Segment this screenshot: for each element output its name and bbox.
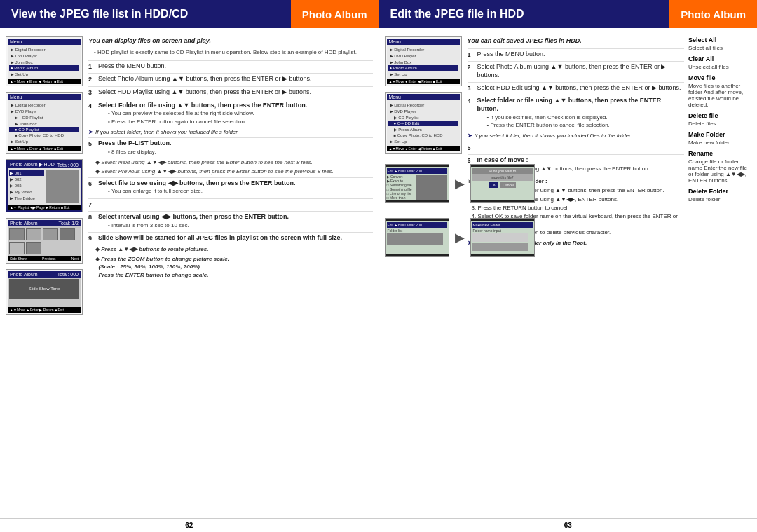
sidebar-rename: Rename Change file or folder name Enter …: [688, 150, 751, 184]
step-2: 2 Select Photo Album using ▲▼ buttons, t…: [88, 73, 373, 84]
right-page-num: 63: [379, 518, 758, 532]
left-instructions: You can display files on screen and play…: [88, 36, 373, 515]
tv-screen-2: All do you want to move this file? OK Ca…: [470, 164, 535, 203]
sidebar-make-folder: Make Folder Make new folder: [688, 131, 751, 146]
right-step-2: 2 Select Photo Album using ▲▼ buttons, t…: [468, 61, 685, 79]
diamond-rotate: ◆ Press ▲▼◀▶ buttons to rotate pictures.: [88, 245, 373, 253]
left-bullet-note: • HDD playlist is exactly same to CD Pla…: [88, 48, 373, 56]
step-7: 7: [88, 198, 373, 210]
step-1: 1 Press the MENU button.: [88, 60, 373, 71]
right-screen-thumbnails: Menu ▶ Digital Recorder ▶ DVD Player ▶ J…: [385, 36, 462, 515]
step-5: 5 Press the P-LIST button. • 8 files are…: [88, 137, 373, 156]
edit-sidebar: Select All Select all files Clear All Un…: [688, 36, 751, 515]
tv-row-1: Edit ▶ HDD Total: 200 ▶ Convert ▶ Execut…: [385, 162, 462, 205]
left-screen-thumbnails: Menu ▶ Digital Recorder ▶ DVD Player ▶ J…: [6, 36, 83, 515]
left-page: View the JPEG file list in HDD/CD Photo …: [0, 0, 379, 532]
tv-row-2: Edit ▶ HDD Total: 200 Folder list ▶ Make…: [385, 216, 462, 259]
tv-screen-3: Edit ▶ HDD Total: 200 Folder list: [385, 218, 449, 257]
right-step-4: 4 Select folder or file using ▲▼ buttons…: [468, 95, 685, 130]
step-9: 9 Slide Show will be started for all JPE…: [88, 232, 373, 243]
arrow-icon-1: ▶: [452, 176, 468, 191]
right-note-folder: ➤ If you select folder, then it shows yo…: [468, 132, 685, 139]
step-6: 6 Select file to see using ◀▶ buttons, t…: [88, 177, 373, 196]
right-content: You can edit saved JPEG files in HDD. 1 …: [468, 36, 752, 515]
right-step-3: 3 Select HDD Edit using ▲▼ buttons, then…: [468, 82, 685, 93]
screen-thumb-3: Photo Album ▶ HDD Total: 000 ▶ 001 ▶ 002…: [6, 159, 83, 212]
diamond-select-next: ◆ Select Next using ▲▼◀▶ buttons, then p…: [88, 158, 373, 166]
right-step-5: 5: [468, 142, 685, 153]
right-header: Edit the JPEG file in HDD Photo Album: [379, 0, 758, 28]
right-page: Edit the JPEG file in HDD Photo Album Me…: [379, 0, 758, 532]
diamond-zoom: ◆ Press the ZOOM button to change pictur…: [88, 255, 373, 279]
right-intro: You can edit saved JPEG files in HDD.: [468, 36, 685, 46]
sidebar-move-file: Move file Move files to another folder A…: [688, 74, 751, 108]
right-header-badge: Photo Album: [669, 0, 757, 28]
sidebar-delete-folder: Delete Folder Delete folder: [688, 188, 751, 203]
right-step-1: 1 Press the MENU button.: [468, 48, 685, 60]
right-screen-thumb-1: Menu ▶ Digital Recorder ▶ DVD Player ▶ J…: [385, 36, 462, 86]
left-intro: You can display files on screen and play…: [88, 36, 373, 46]
screen-thumb-4: Photo Album Total: 1/2 Side Show Previou…: [6, 218, 83, 264]
diamond-select-prev: ◆ Select Previous using ▲▼◀▶ buttons, th…: [88, 168, 373, 175]
left-header: View the JPEG file list in HDD/CD Photo …: [0, 0, 378, 28]
arrow-icon-2: ▶: [452, 230, 468, 245]
right-instructions: You can edit saved JPEG files in HDD. 1 …: [468, 36, 685, 515]
sidebar-select-all: Select All Select all files: [688, 36, 751, 51]
tv-screen-4: Make New Folder Folder name input: [470, 218, 535, 257]
right-screen-thumb-2: Menu ▶ Digital Recorder ▶ DVD Player ▶ C…: [385, 92, 462, 154]
screen-thumb-1: Menu ▶ Digital Recorder ▶ DVD Player ▶ J…: [6, 36, 83, 86]
step-3: 3 Select HDD Playlist using ▲▼ buttons, …: [88, 86, 373, 97]
tv-screen-1: Edit ▶ HDD Total: 200 ▶ Convert ▶ Execut…: [385, 164, 449, 203]
right-header-title: Edit the JPEG file in HDD: [379, 0, 670, 28]
sidebar-clear-all: Clear All Unselect all files: [688, 55, 751, 70]
step-4: 4 Select Folder or file using ▲▼ buttons…: [88, 100, 373, 126]
screen-thumb-2: Menu ▶ Digital Recorder ▶ DVD Player ▶ H…: [6, 92, 83, 154]
folder-making-step-3: 3. Press the RETURN button to cancel.: [472, 204, 685, 212]
note-folder: ➤ If you select folder, then it shows yo…: [88, 128, 373, 136]
left-header-badge: Photo Album: [291, 0, 378, 28]
left-header-title: View the JPEG file list in HDD/CD: [0, 0, 291, 28]
left-page-num: 62: [0, 518, 378, 532]
step-8: 8 Select interval using ◀▶ buttons, then…: [88, 211, 373, 230]
sidebar-delete-file: Delete file Delete files: [688, 112, 751, 127]
screen-thumb-5: Photo Album Total: 000 Slide Show Time ▲…: [6, 269, 83, 315]
